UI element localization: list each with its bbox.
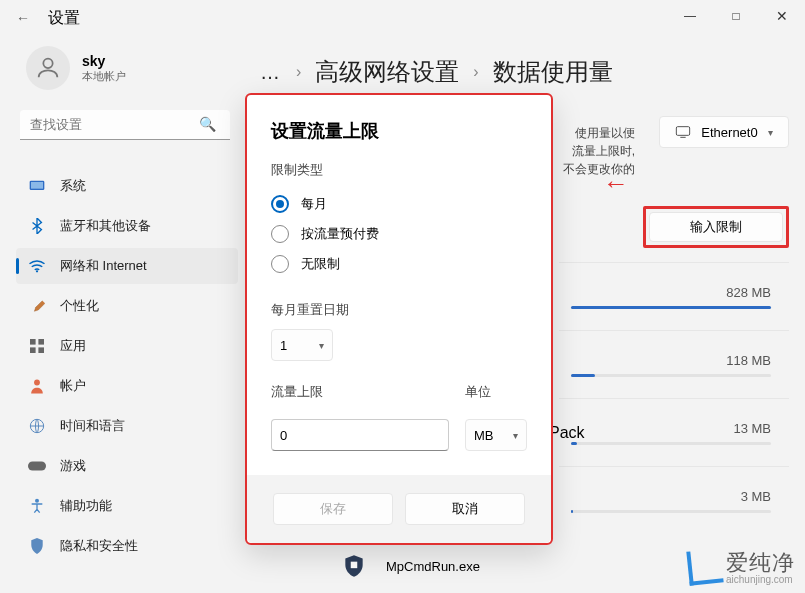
game-icon <box>28 457 46 475</box>
usage-value: 828 MB <box>726 285 771 300</box>
sidebar-item-label: 游戏 <box>60 457 86 475</box>
person-icon <box>34 54 62 82</box>
sidebar-item-apps[interactable]: 应用 <box>16 328 238 364</box>
breadcrumb: … › 高级网络设置 › 数据使用量 <box>260 56 789 88</box>
usage-row: Pack13 MB <box>559 398 789 466</box>
svg-point-0 <box>43 59 52 68</box>
radio-icon <box>271 225 289 243</box>
usage-label: Pack <box>549 424 585 442</box>
radio-option-2[interactable]: 无限制 <box>271 249 527 279</box>
usage-row: 3 MB <box>559 466 789 534</box>
close-button[interactable]: ✕ <box>759 0 805 32</box>
unit-value: MB <box>474 428 494 443</box>
account-name: sky <box>82 53 126 69</box>
cancel-label: 取消 <box>452 500 478 518</box>
svg-rect-6 <box>30 347 36 353</box>
sidebar-item-label: 应用 <box>60 337 86 355</box>
unit-dropdown[interactable]: MB ▾ <box>465 419 527 451</box>
radio-label: 无限制 <box>301 255 340 273</box>
sidebar-item-brush[interactable]: 个性化 <box>16 288 238 324</box>
svg-rect-7 <box>38 347 44 353</box>
usage-value: 3 MB <box>741 489 771 504</box>
enter-limit-highlight: 输入限制 <box>643 206 789 248</box>
accessibility-icon <box>28 497 46 515</box>
nav-list: 系统蓝牙和其他设备网络和 Internet个性化应用帐户时间和语言游戏辅助功能隐… <box>16 168 238 564</box>
avatar <box>26 46 70 90</box>
data-limit-dialog: 设置流量上限 限制类型 每月按流量预付费无限制 每月重置日期 1 ▾ 流量上限 … <box>245 93 553 545</box>
titlebar-title: 设置 <box>48 8 80 29</box>
limit-type-label: 限制类型 <box>271 161 527 179</box>
watermark-url: aichunjing.com <box>726 574 795 585</box>
system-icon <box>28 177 46 195</box>
chevron-down-icon: ▾ <box>513 430 518 441</box>
svg-point-8 <box>34 380 40 386</box>
sidebar-item-label: 个性化 <box>60 297 99 315</box>
svg-rect-5 <box>38 339 44 345</box>
sidebar-item-label: 蓝牙和其他设备 <box>60 217 151 235</box>
svg-point-11 <box>35 499 39 503</box>
sidebar-item-label: 帐户 <box>60 377 86 395</box>
reset-date-label: 每月重置日期 <box>271 301 527 319</box>
maximize-button[interactable]: □ <box>713 0 759 32</box>
brush-icon <box>28 297 46 315</box>
sidebar-item-label: 网络和 Internet <box>60 257 147 275</box>
sidebar-item-globe[interactable]: 时间和语言 <box>16 408 238 444</box>
sidebar-item-label: 时间和语言 <box>60 417 125 435</box>
breadcrumb-ellipsis[interactable]: … <box>260 61 282 84</box>
usage-bar <box>571 306 771 309</box>
limit-type-radio-group: 每月按流量预付费无限制 <box>271 189 527 279</box>
app-name: MpCmdRun.exe <box>386 559 480 574</box>
dialog-title: 设置流量上限 <box>271 119 527 143</box>
radio-icon <box>271 255 289 273</box>
sidebar-item-game[interactable]: 游戏 <box>16 448 238 484</box>
reset-date-value: 1 <box>280 338 287 353</box>
chevron-right-icon: › <box>296 63 301 81</box>
save-label: 保存 <box>320 500 346 518</box>
sidebar-item-accessibility[interactable]: 辅助功能 <box>16 488 238 524</box>
search-wrap: 🔍 <box>16 110 238 140</box>
svg-point-3 <box>36 270 38 272</box>
radio-option-0[interactable]: 每月 <box>271 189 527 219</box>
reset-date-dropdown[interactable]: 1 ▾ <box>271 329 333 361</box>
minimize-button[interactable]: ― <box>667 0 713 32</box>
watermark-logo-icon <box>686 548 723 585</box>
sidebar-item-label: 隐私和安全性 <box>60 537 138 555</box>
app-row: MpCmdRun.exe <box>340 552 480 580</box>
svg-rect-13 <box>351 562 358 569</box>
breadcrumb-mid[interactable]: 高级网络设置 <box>315 56 459 88</box>
watermark: 爱纯净 aichunjing.com <box>688 548 795 585</box>
data-limit-input[interactable] <box>271 419 449 451</box>
breadcrumb-last: 数据使用量 <box>493 56 613 88</box>
usage-bar <box>571 510 771 513</box>
person-icon <box>28 377 46 395</box>
unit-label: 单位 <box>465 383 527 401</box>
usage-bar <box>571 374 771 377</box>
radio-label: 每月 <box>301 195 327 213</box>
back-button[interactable]: ← <box>16 10 30 26</box>
usage-value: 118 MB <box>726 353 771 368</box>
globe-icon <box>28 417 46 435</box>
shield-icon <box>340 552 368 580</box>
wifi-icon <box>28 257 46 275</box>
sidebar-item-shield[interactable]: 隐私和安全性 <box>16 528 238 564</box>
chevron-right-icon: › <box>473 63 478 81</box>
enter-limit-button[interactable]: 输入限制 <box>649 212 783 242</box>
svg-rect-4 <box>30 339 36 345</box>
sidebar-item-bluetooth[interactable]: 蓝牙和其他设备 <box>16 208 238 244</box>
usage-row: 118 MB <box>559 330 789 398</box>
sidebar-item-system[interactable]: 系统 <box>16 168 238 204</box>
usage-row: 828 MB <box>559 262 789 330</box>
sidebar-item-wifi[interactable]: 网络和 Internet <box>16 248 238 284</box>
sidebar: sky 本地帐户 🔍 系统蓝牙和其他设备网络和 Internet个性化应用帐户时… <box>0 46 238 568</box>
cancel-button[interactable]: 取消 <box>405 493 525 525</box>
sidebar-item-person[interactable]: 帐户 <box>16 368 238 404</box>
search-icon: 🔍 <box>199 116 216 132</box>
account-block[interactable]: sky 本地帐户 <box>16 46 238 90</box>
sidebar-item-label: 系统 <box>60 177 86 195</box>
save-button[interactable]: 保存 <box>273 493 393 525</box>
account-sub: 本地帐户 <box>82 69 126 84</box>
svg-rect-2 <box>31 182 43 189</box>
usage-value: 13 MB <box>733 421 771 436</box>
radio-option-1[interactable]: 按流量预付费 <box>271 219 527 249</box>
radio-label: 按流量预付费 <box>301 225 379 243</box>
